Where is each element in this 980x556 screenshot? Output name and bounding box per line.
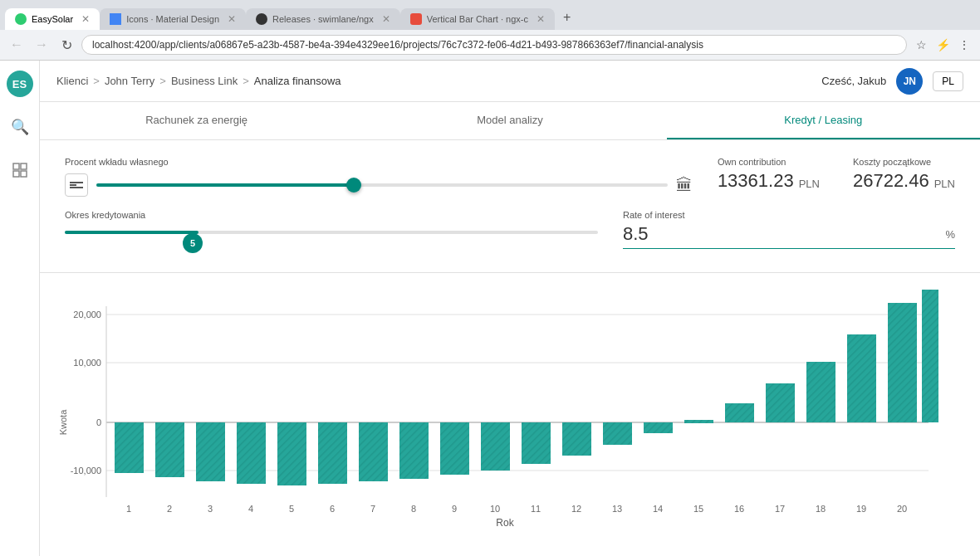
- bar-5-stripe: [277, 422, 306, 485]
- sidebar-logo: ES: [7, 71, 33, 97]
- bank-icon: 🏛: [676, 176, 693, 195]
- ytick-neg10000: -10,000: [71, 466, 101, 476]
- sidebar: ES 🔍: [0, 61, 40, 556]
- tab-model[interactable]: Model analizy: [353, 102, 666, 139]
- tab-favicon-ngxchart: [410, 13, 422, 25]
- procent-slider-track[interactable]: [96, 183, 668, 187]
- bar-extra-stripe: [922, 290, 938, 422]
- bar-6-stripe: [318, 422, 347, 484]
- tab-favicon-swimlane: [256, 13, 267, 25]
- bar-13-stripe: [603, 422, 632, 445]
- tab-ngxchart[interactable]: Vertical Bar Chart · ngx-c ✕: [400, 8, 555, 30]
- x-axis-title: Rok: [496, 517, 514, 529]
- okres-track: [65, 231, 598, 234]
- own-contribution-field: Own contribution 13361.23 PLN: [718, 157, 820, 192]
- bar-11-stripe: [522, 422, 551, 464]
- own-contribution-value: 13361.23: [718, 170, 794, 192]
- bar-chart: Kwota 20,000 10,000 0 -10,000: [56, 290, 962, 530]
- xtick-14: 14: [653, 504, 663, 514]
- tab-close-ngxchart[interactable]: ✕: [537, 13, 545, 25]
- breadcrumb-klienci[interactable]: Klienci: [56, 75, 88, 87]
- bar-16-stripe: [725, 403, 754, 422]
- xtick-5: 5: [289, 504, 294, 514]
- main-content: Klienci > John Terry > Business Link > A…: [40, 61, 980, 556]
- xtick-19: 19: [856, 504, 866, 514]
- bar-2-stripe: [155, 422, 184, 477]
- reload-button[interactable]: ↻: [56, 35, 76, 55]
- tab-close-swimlane[interactable]: ✕: [382, 13, 390, 25]
- sidebar-grid-icon[interactable]: [7, 157, 33, 183]
- procent-slider-fill: [96, 183, 354, 187]
- bar-17-stripe: [766, 383, 795, 422]
- svg-rect-6: [70, 184, 76, 186]
- bar-9-stripe: [440, 422, 469, 475]
- content-area: Rachunek za energię Model analizy Kredyt…: [40, 102, 980, 556]
- tab-kredyt[interactable]: Kredyt / Leasing: [667, 102, 980, 139]
- extensions-button[interactable]: ⚡: [933, 36, 952, 54]
- tab-icons[interactable]: Icons · Material Design ✕: [100, 8, 246, 30]
- own-contribution-row: 13361.23 PLN: [718, 170, 820, 192]
- analysis-tabs: Rachunek za energię Model analizy Kredyt…: [40, 102, 980, 140]
- chart-container: Kwota 20,000 10,000 0 -10,000: [40, 273, 980, 549]
- svg-rect-4: [70, 182, 83, 183]
- tab-easysolar[interactable]: EasySolar ✕: [5, 8, 100, 30]
- breadcrumb-current: Analiza finansowa: [254, 75, 341, 87]
- breadcrumb: Klienci > John Terry > Business Link > A…: [56, 75, 341, 87]
- procent-label: Procent wkładu własnego: [65, 157, 693, 167]
- xtick-16: 16: [734, 504, 744, 514]
- tab-close-easysolar[interactable]: ✕: [81, 13, 90, 25]
- ytick-20000: 20,000: [73, 310, 101, 319]
- rate-value[interactable]: 8.5: [623, 223, 945, 245]
- tab-label-easysolar: EasySolar: [32, 14, 73, 24]
- svg-rect-2: [13, 171, 19, 177]
- rate-label: Rate of interest: [623, 210, 955, 220]
- svg-rect-3: [21, 171, 27, 177]
- bar-20-stripe: [888, 303, 917, 422]
- okres-thumb[interactable]: 5: [183, 233, 203, 253]
- language-button[interactable]: PL: [933, 71, 963, 91]
- xtick-12: 12: [571, 504, 581, 514]
- y-axis-label: Kwota: [58, 409, 68, 435]
- xtick-10: 10: [490, 504, 500, 514]
- xtick-3: 3: [208, 504, 213, 514]
- xtick-1: 1: [126, 504, 131, 514]
- tab-rachunek[interactable]: Rachunek za energię: [40, 102, 353, 139]
- xtick-17: 17: [775, 504, 785, 514]
- new-tab-button[interactable]: +: [555, 5, 579, 30]
- app-header: Klienci > John Terry > Business Link > A…: [40, 61, 980, 102]
- bar-15-stripe: [684, 420, 713, 423]
- okres-value: 5: [190, 238, 195, 248]
- own-contribution-currency: PLN: [799, 178, 820, 190]
- bar-1-stripe: [115, 422, 144, 473]
- okres-slider-container[interactable]: 5: [65, 231, 598, 256]
- breadcrumb-sep-2: >: [159, 75, 166, 87]
- back-button[interactable]: ←: [7, 35, 27, 55]
- menu-button[interactable]: ⋮: [955, 36, 973, 54]
- contribution-fields: Own contribution 13361.23 PLN Koszty poc…: [718, 157, 955, 192]
- app: ES 🔍 Klienci > John Terry > Business Lin…: [0, 61, 980, 556]
- tab-close-icons[interactable]: ✕: [228, 13, 236, 25]
- breadcrumb-sep-1: >: [93, 75, 100, 87]
- tab-label-swimlane: Releases · swimlane/ngx: [272, 14, 374, 24]
- header-right: Cześć, Jakub JN PL: [821, 68, 963, 95]
- forward-button[interactable]: →: [32, 35, 51, 55]
- tab-swimlane[interactable]: Releases · swimlane/ngx ✕: [246, 8, 400, 30]
- browser-toolbar: ← → ↻ localhost:4200/app/clients/a06867e…: [0, 30, 980, 61]
- koszty-currency: PLN: [934, 178, 955, 190]
- bar-12-stripe: [562, 422, 591, 456]
- slider-icon-left[interactable]: [65, 173, 88, 197]
- bar-18-stripe: [806, 362, 835, 422]
- procent-slider-thumb[interactable]: [346, 178, 361, 193]
- sidebar-search-icon[interactable]: 🔍: [7, 114, 33, 140]
- user-avatar[interactable]: JN: [896, 68, 923, 95]
- address-bar[interactable]: localhost:4200/app/clients/a06867e5-a23b…: [81, 35, 907, 55]
- bar-3-stripe: [196, 422, 225, 481]
- breadcrumb-john[interactable]: John Terry: [105, 75, 154, 87]
- browser-actions: ☆ ⚡ ⋮: [912, 36, 973, 54]
- bookmark-button[interactable]: ☆: [912, 36, 930, 54]
- bar-4-stripe: [237, 422, 266, 484]
- own-contribution-label: Own contribution: [718, 157, 820, 167]
- breadcrumb-business[interactable]: Business Link: [171, 75, 238, 87]
- xtick-18: 18: [816, 504, 826, 514]
- tab-bar: EasySolar ✕ Icons · Material Design ✕ Re…: [0, 0, 980, 30]
